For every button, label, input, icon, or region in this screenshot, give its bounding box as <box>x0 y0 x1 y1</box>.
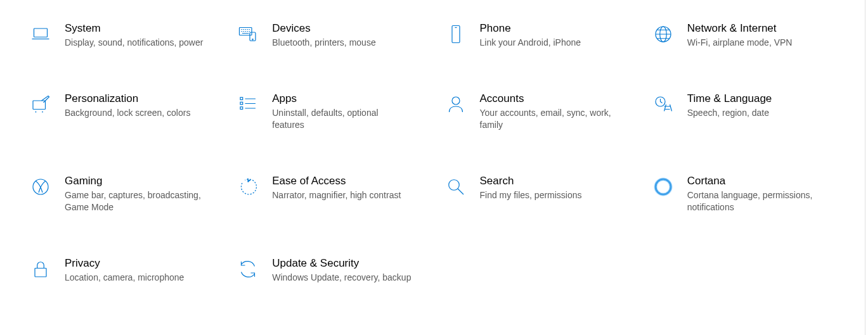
laptop-icon <box>28 22 53 47</box>
tile-title: Cortana <box>687 174 827 188</box>
tile-title: Devices <box>272 22 412 35</box>
settings-tile-search[interactable]: SearchFind my files, permissions <box>441 172 635 216</box>
tile-title: Ease of Access <box>272 174 412 188</box>
tile-title: Update & Security <box>272 256 412 270</box>
tile-description: Bluetooth, printers, mouse <box>272 37 412 49</box>
tile-description: Your accounts, email, sync, work, family <box>480 107 620 131</box>
tile-description: Link your Android, iPhone <box>480 37 620 49</box>
tile-title: Network & Internet <box>687 22 827 35</box>
tile-description: Wi-Fi, airplane mode, VPN <box>687 37 827 49</box>
paintbrush-icon <box>28 92 53 117</box>
tile-description: Cortana language, permissions, notificat… <box>687 189 827 213</box>
tile-description: Uninstall, defaults, optional features <box>272 107 412 131</box>
list-icon <box>235 92 261 117</box>
tile-description: Speech, region, date <box>687 107 827 119</box>
tile-title: Gaming <box>65 174 205 188</box>
settings-tile-time[interactable]: Time & LanguageSpeech, region, date <box>648 89 843 134</box>
settings-tile-gaming[interactable]: GamingGame bar, captures, broadcasting, … <box>25 172 220 216</box>
sync-icon <box>235 256 261 282</box>
tile-description: Location, camera, microphone <box>65 272 205 284</box>
tile-description: Game bar, captures, broadcasting, Game M… <box>65 189 205 213</box>
settings-tile-devices[interactable]: DevicesBluetooth, printers, mouse <box>233 19 427 51</box>
settings-tile-apps[interactable]: AppsUninstall, defaults, optional featur… <box>233 89 427 134</box>
tile-title: Accounts <box>480 92 620 106</box>
search-icon <box>443 174 469 199</box>
phone-icon <box>443 22 469 47</box>
tile-description: Find my files, permissions <box>480 189 620 201</box>
settings-tile-ease[interactable]: Ease of AccessNarrator, magnifier, high … <box>233 172 427 216</box>
tile-title: System <box>65 22 205 35</box>
settings-tile-privacy[interactable]: PrivacyLocation, camera, microphone <box>25 254 220 286</box>
ease-of-access-icon <box>235 174 261 199</box>
globe-icon <box>651 22 676 47</box>
tile-description: Narrator, magnifier, high contrast <box>272 189 412 201</box>
settings-tile-personalization[interactable]: PersonalizationBackground, lock screen, … <box>25 89 220 134</box>
tile-title: Apps <box>272 92 412 106</box>
settings-tile-network[interactable]: Network & InternetWi-Fi, airplane mode, … <box>648 19 843 51</box>
tile-description: Windows Update, recovery, backup <box>272 272 412 284</box>
tile-title: Phone <box>480 22 620 35</box>
tile-title: Personalization <box>65 92 205 106</box>
tile-title: Time & Language <box>687 92 827 106</box>
xbox-icon <box>28 174 53 199</box>
clock-language-icon <box>651 92 676 117</box>
person-icon <box>443 92 469 117</box>
settings-tile-accounts[interactable]: AccountsYour accounts, email, sync, work… <box>441 89 635 134</box>
cortana-icon <box>651 174 676 199</box>
settings-tile-cortana[interactable]: CortanaCortana language, permissions, no… <box>648 172 843 216</box>
keyboard-icon <box>235 22 261 47</box>
tile-description: Display, sound, notifications, power <box>65 37 205 49</box>
lock-icon <box>28 256 53 282</box>
tile-title: Search <box>480 174 620 188</box>
tile-title: Privacy <box>65 256 205 270</box>
right-divider <box>865 0 865 305</box>
settings-tile-system[interactable]: SystemDisplay, sound, notifications, pow… <box>25 19 220 51</box>
tile-description: Background, lock screen, colors <box>65 107 205 119</box>
settings-tile-update[interactable]: Update & SecurityWindows Update, recover… <box>233 254 427 286</box>
settings-tile-phone[interactable]: PhoneLink your Android, iPhone <box>441 19 635 51</box>
